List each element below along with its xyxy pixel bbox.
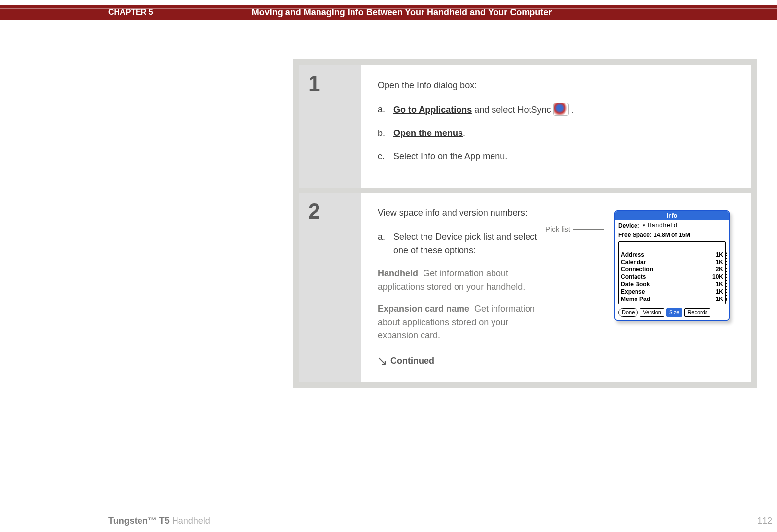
scroll-rail[interactable] (725, 255, 727, 299)
step-2-number: 2 (308, 200, 352, 222)
step-1-a-period: . (571, 105, 574, 115)
link-go-to-applications[interactable]: Go to Applications (393, 105, 472, 115)
page-number: 112 (757, 516, 772, 526)
device-picklist-row: Device: ▾ Handheld (615, 220, 729, 231)
device-picklist-value: Handheld (648, 221, 677, 230)
app-name: Connection (621, 266, 653, 273)
info-dialog-title: Info (615, 211, 729, 220)
step-2-number-col: 2 (299, 193, 361, 382)
version-tab[interactable]: Version (640, 308, 664, 317)
app-size: 1K (716, 296, 723, 303)
option-handheld: HandheldGet information about applicatio… (378, 267, 540, 294)
app-name: Memo Pad (621, 296, 650, 303)
step-1-number: 1 (308, 73, 352, 95)
picklist-callout: Pick list (545, 224, 607, 235)
step-2-a: Select the Device pick list and select o… (378, 231, 540, 257)
step-1: 1 Open the Info dialog box: Go to Applic… (299, 65, 751, 188)
done-button[interactable]: Done (618, 308, 638, 317)
app-name: Address (621, 251, 644, 259)
product-name: Tungsten™ T5 Handheld (108, 516, 210, 526)
step-1-b: Open the menus. (378, 127, 734, 140)
list-item[interactable]: Contacts 10K (620, 273, 724, 281)
link-open-the-menus[interactable]: Open the menus (393, 128, 463, 138)
device-label: Device: (618, 221, 639, 230)
list-item[interactable]: Date Book 1K (620, 281, 724, 288)
continued-indicator: Continued (378, 354, 540, 367)
scrollbar[interactable]: ▲ ▼ (725, 251, 727, 303)
picklist-callout-label: Pick list (545, 224, 570, 235)
step-2-sublist: Select the Device pick list and select o… (378, 231, 540, 257)
device-picklist[interactable]: ▾ Handheld (642, 221, 678, 230)
app-size: 1K (716, 251, 723, 259)
step-2-intro: View space info and version numbers: (378, 206, 540, 220)
step-1-a: Go to Applications and select HotSync . (378, 103, 734, 117)
page-footer: Tungsten™ T5 Handheld 112 (108, 516, 772, 526)
scroll-down-icon[interactable]: ▼ (724, 299, 728, 303)
app-name: Contacts (621, 273, 646, 281)
footer-rule (108, 508, 777, 508)
step-2-body: View space info and version numbers: Sel… (361, 193, 751, 382)
picklist-callout-leader (573, 229, 604, 230)
info-dialog: Info Device: ▾ Handheld Free Space: 14.8… (614, 210, 730, 321)
scroll-up-icon[interactable]: ▲ (724, 251, 728, 255)
app-size: 1K (716, 288, 723, 296)
list-item[interactable]: Calendar 1K (620, 259, 724, 266)
step-1-b-period: . (463, 128, 465, 138)
app-size: 2K (716, 266, 723, 273)
app-name: Calendar (621, 259, 646, 266)
step-2-figure: Pick list Info Device: ▾ Handheld (555, 206, 734, 367)
app-list-frame: Address 1K Calendar 1K Connection 2K (618, 241, 726, 304)
app-list-search[interactable] (619, 242, 725, 250)
step-1-a-rest: and select HotSync (472, 105, 553, 115)
app-list-items: Address 1K Calendar 1K Connection 2K (619, 250, 725, 304)
chevron-down-icon: ▾ (642, 221, 646, 230)
info-dialog-buttons: Done Version Size Records (615, 306, 729, 320)
continued-arrow-icon (378, 357, 387, 366)
continued-label: Continued (390, 354, 434, 367)
option-expansion-card: Expansion card nameGet information about… (378, 302, 540, 342)
step-1-c: Select Info on the App menu. (378, 150, 734, 163)
chapter-title: Moving and Managing Info Between Your Ha… (252, 7, 552, 18)
app-name: Date Book (621, 281, 650, 288)
option-handheld-name: Handheld (378, 268, 418, 278)
app-size: 1K (716, 259, 723, 266)
free-space-label: Free Space: 14.8M of 15M (615, 231, 729, 241)
list-item[interactable]: Expense 1K (620, 288, 724, 296)
size-tab[interactable]: Size (666, 308, 682, 317)
product-name-bold: Tungsten™ T5 (108, 516, 170, 526)
step-2: 2 View space info and version numbers: S… (299, 193, 751, 382)
step-1-intro: Open the Info dialog box: (378, 79, 734, 92)
app-size: 1K (716, 281, 723, 288)
records-tab[interactable]: Records (684, 308, 710, 317)
hotsync-icon (553, 103, 569, 116)
chapter-label: CHAPTER 5 (108, 8, 153, 17)
app-size: 10K (712, 273, 723, 281)
option-expansion-name: Expansion card name (378, 304, 469, 314)
list-item[interactable]: Connection 2K (620, 266, 724, 273)
product-name-rest: Handheld (170, 516, 210, 526)
step-1-number-col: 1 (299, 65, 361, 188)
step-1-body: Open the Info dialog box: Go to Applicat… (361, 65, 751, 188)
step-2-text: View space info and version numbers: Sel… (378, 206, 540, 367)
step-1-sublist: Go to Applications and select HotSync . … (378, 103, 734, 163)
list-item[interactable]: Address 1K (620, 251, 724, 259)
list-item[interactable]: Memo Pad 1K (620, 296, 724, 303)
steps-panel: 1 Open the Info dialog box: Go to Applic… (293, 59, 757, 388)
app-name: Expense (621, 288, 645, 296)
chapter-header: CHAPTER 5 Moving and Managing Info Betwe… (0, 5, 777, 20)
